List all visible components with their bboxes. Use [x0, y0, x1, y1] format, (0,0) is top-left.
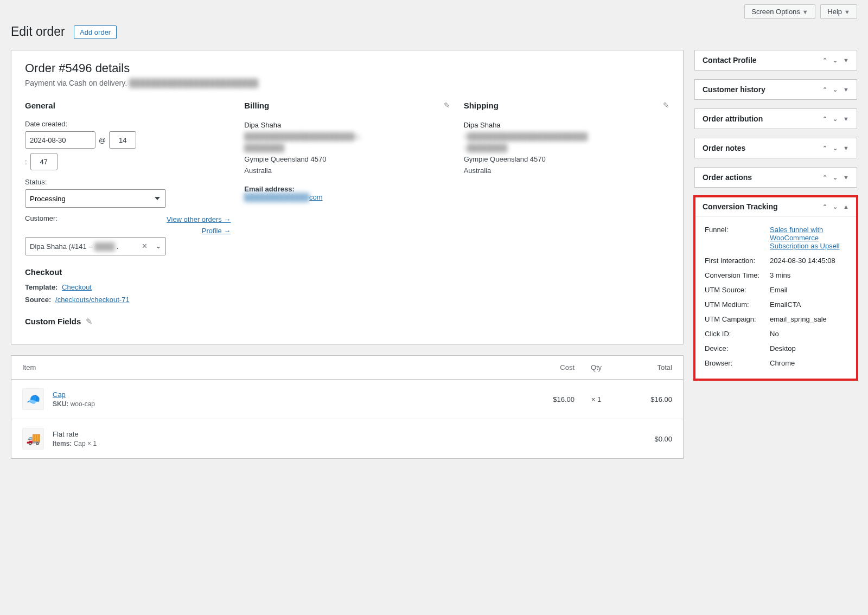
items-value: Cap × 1	[74, 440, 97, 447]
move-down-icon[interactable]: ⌄	[833, 57, 838, 64]
ct-browser-label: Browser:	[703, 356, 768, 370]
page-title-text: Edit order	[11, 24, 65, 39]
payment-redacted: ████████████████████████	[129, 79, 258, 87]
hour-input[interactable]	[109, 131, 136, 149]
at-symbol: @	[95, 136, 109, 144]
status-select[interactable]: Processing	[25, 189, 166, 208]
toggle-icon[interactable]: ▼	[843, 174, 849, 181]
toggle-icon[interactable]: ▲	[843, 203, 849, 210]
truck-icon: 🚚	[22, 428, 44, 450]
ct-funnel-link[interactable]: Sales funnel with WooCommerce Subscripti…	[770, 226, 840, 250]
ct-conv-value: 3 mins	[768, 268, 849, 283]
customer-select[interactable]: Dipa Shaha (#141 – ████ . × ⌄	[25, 237, 166, 255]
date-input[interactable]	[25, 131, 95, 149]
checkout-heading: Checkout	[25, 267, 231, 277]
shipping-heading: Shipping	[464, 101, 669, 110]
th-total: Total	[618, 363, 672, 371]
th-item: Item	[22, 363, 526, 371]
profile-link[interactable]: Profile →	[167, 226, 231, 237]
toggle-icon[interactable]: ▼	[843, 116, 849, 123]
custom-fields-heading: Custom Fields ✎	[25, 317, 231, 326]
sidebox-order-attribution: Order attribution ⌃ ⌄ ▼	[694, 108, 857, 129]
billing-country: Australia	[244, 165, 450, 177]
sidebox-order-notes: Order notes ⌃ ⌄ ▼	[694, 138, 857, 158]
move-down-icon[interactable]: ⌄	[833, 86, 838, 93]
sidebox-order-actions: Order actions ⌃ ⌄ ▼	[694, 167, 857, 188]
move-up-icon[interactable]: ⌃	[822, 145, 827, 152]
shipping-line1-redacted: 8████████████████████████	[464, 131, 669, 143]
chevron-down-icon: ⌄	[156, 242, 161, 250]
move-up-icon[interactable]: ⌃	[822, 116, 827, 123]
ct-source-label: UTM Source:	[703, 283, 768, 297]
sidebox-title: Order actions	[703, 173, 752, 182]
cell-total: $0.00	[618, 435, 672, 443]
customer-label: Customer:	[25, 214, 58, 222]
chevron-down-icon: ▼	[844, 9, 850, 15]
billing-heading: Billing	[244, 101, 450, 110]
ct-click-label: Click ID:	[703, 326, 768, 341]
shipping-line2-redacted: c████████	[464, 143, 669, 154]
general-heading: General	[25, 101, 231, 110]
toggle-icon[interactable]: ▼	[843, 145, 849, 152]
cell-total: $16.00	[618, 395, 672, 403]
shipping-column: ✎ Shipping Dipa Shaha 8█████████████████…	[464, 101, 669, 333]
move-up-icon[interactable]: ⌃	[822, 174, 827, 181]
cell-cost: $16.00	[526, 395, 575, 403]
move-down-icon[interactable]: ⌄	[833, 174, 838, 181]
ct-campaign-value: email_spring_sale	[768, 312, 849, 326]
shipping-name: Dipa Shaha	[464, 120, 669, 131]
items-label: Items:	[53, 440, 72, 447]
ct-device-label: Device:	[703, 341, 768, 356]
sidebox-conversion-tracking: Conversion Tracking ⌃ ⌄ ▲ Funnel: Sales …	[694, 196, 857, 380]
clear-icon[interactable]: ×	[142, 241, 147, 251]
payment-method-text: Payment via Cash on delivery.	[25, 79, 127, 87]
billing-column: ✎ Billing Dipa Shaha ███████████████████…	[244, 101, 450, 333]
template-link[interactable]: Checkout	[62, 283, 92, 291]
template-label: Template:	[25, 283, 58, 291]
source-label: Source:	[25, 296, 51, 304]
email-redacted: █████████████	[244, 193, 309, 201]
sidebox-title: Contact Profile	[703, 56, 757, 65]
billing-email-link[interactable]: █████████████com	[244, 193, 322, 201]
move-down-icon[interactable]: ⌄	[833, 203, 838, 210]
billing-line1-redacted: ██████████████████████la,	[244, 131, 450, 143]
ct-first-value: 2024-08-30 14:45:08	[768, 253, 849, 268]
chevron-down-icon: ▼	[802, 9, 808, 15]
screen-options-label: Screen Options	[751, 8, 800, 16]
edit-billing-icon[interactable]: ✎	[444, 101, 450, 110]
ct-medium-label: UTM Medium:	[703, 297, 768, 312]
move-up-icon[interactable]: ⌃	[822, 57, 827, 64]
toggle-icon[interactable]: ▼	[843, 57, 849, 64]
pencil-icon[interactable]: ✎	[86, 317, 93, 326]
ct-first-label: First Interaction:	[703, 253, 768, 268]
help-button[interactable]: Help▼	[820, 4, 857, 19]
shipping-method-name: Flat rate	[53, 430, 79, 438]
edit-shipping-icon[interactable]: ✎	[663, 101, 669, 110]
screen-options-button[interactable]: Screen Options▼	[744, 4, 815, 19]
sidebox-title: Customer history	[703, 85, 765, 94]
minute-input[interactable]	[30, 153, 58, 170]
shipping-city: Gympie Queensland 4570	[464, 154, 669, 165]
order-heading: Order #5496 details	[25, 61, 669, 75]
source-link[interactable]: /checkouts/checkout-71	[55, 296, 130, 304]
th-cost: Cost	[526, 363, 575, 371]
add-order-button[interactable]: Add order	[74, 25, 117, 39]
sidebox-customer-history: Customer history ⌃ ⌄ ▼	[694, 79, 857, 100]
ct-funnel-label: Funnel:	[703, 222, 768, 253]
toggle-icon[interactable]: ▼	[843, 86, 849, 93]
billing-name: Dipa Shaha	[244, 120, 450, 131]
ct-campaign-label: UTM Campaign:	[703, 312, 768, 326]
move-down-icon[interactable]: ⌄	[833, 145, 838, 152]
move-up-icon[interactable]: ⌃	[822, 203, 827, 210]
ct-conv-label: Conversion Time:	[703, 268, 768, 283]
product-link[interactable]: Cap	[53, 390, 66, 399]
sidebox-contact-profile: Contact Profile ⌃ ⌄ ▼	[694, 50, 857, 71]
move-up-icon[interactable]: ⌃	[822, 86, 827, 93]
sidebox-title: Conversion Tracking	[703, 202, 777, 211]
move-down-icon[interactable]: ⌄	[833, 116, 838, 123]
general-column: General Date created: @ : Status:	[25, 101, 231, 333]
sidebox-title: Order attribution	[703, 114, 763, 123]
view-other-orders-link[interactable]: View other orders →	[167, 214, 231, 226]
customer-select-text: Dipa Shaha (#141 –	[30, 242, 94, 251]
colon-symbol: :	[25, 158, 30, 166]
